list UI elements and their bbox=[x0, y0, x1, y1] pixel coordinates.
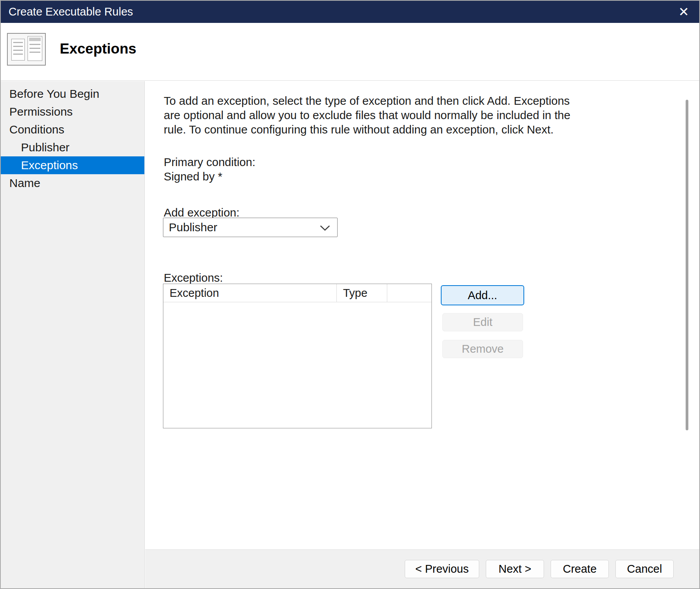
wizard-steps-sidebar: Before You Begin Permissions Conditions … bbox=[1, 81, 145, 588]
add-button[interactable]: Add... bbox=[441, 285, 524, 305]
primary-condition-label: Primary condition: bbox=[164, 155, 255, 169]
exceptions-list[interactable] bbox=[163, 302, 431, 428]
exceptions-table[interactable]: Exception Type bbox=[163, 284, 432, 428]
create-executable-rules-dialog: Create Executable Rules ✕ Exceptions Bef… bbox=[0, 0, 700, 589]
wizard-content: To add an exception, select the type of … bbox=[145, 81, 699, 549]
add-exception-label: Add exception: bbox=[164, 206, 239, 219]
wizard-page-icon bbox=[7, 33, 46, 66]
edit-button[interactable]: Edit bbox=[442, 313, 523, 331]
chevron-down-icon bbox=[320, 221, 330, 234]
exceptions-label: Exceptions: bbox=[164, 271, 223, 284]
wizard-header: Exceptions bbox=[1, 23, 699, 81]
column-header-type[interactable]: Type bbox=[337, 284, 387, 302]
primary-condition: Primary condition: Signed by * bbox=[164, 155, 255, 184]
sidebar-item-conditions[interactable]: Conditions bbox=[1, 121, 144, 139]
intro-text: To add an exception, select the type of … bbox=[164, 94, 574, 137]
column-header-exception[interactable]: Exception bbox=[163, 284, 337, 302]
add-exception-dropdown[interactable]: Publisher bbox=[163, 218, 338, 237]
window-title: Create Executable Rules bbox=[9, 5, 133, 18]
create-button[interactable]: Create bbox=[551, 560, 609, 578]
remove-button[interactable]: Remove bbox=[442, 340, 523, 358]
previous-button[interactable]: < Previous bbox=[405, 560, 479, 578]
sidebar-item-name[interactable]: Name bbox=[1, 174, 144, 192]
icon-right-page bbox=[28, 36, 42, 61]
sidebar-item-publisher[interactable]: Publisher bbox=[1, 139, 144, 156]
sidebar-item-before-you-begin[interactable]: Before You Begin bbox=[1, 85, 144, 103]
add-exception-selected-value: Publisher bbox=[169, 221, 217, 234]
next-button[interactable]: Next > bbox=[486, 560, 544, 578]
sidebar-item-exceptions[interactable]: Exceptions bbox=[1, 156, 144, 174]
icon-left-page bbox=[11, 39, 25, 61]
primary-condition-value: Signed by * bbox=[164, 169, 255, 184]
close-icon[interactable]: ✕ bbox=[678, 5, 689, 18]
exceptions-table-header: Exception Type bbox=[163, 284, 431, 302]
titlebar: Create Executable Rules ✕ bbox=[1, 1, 699, 23]
cancel-button[interactable]: Cancel bbox=[615, 560, 674, 578]
page-title: Exceptions bbox=[60, 41, 136, 57]
wizard-footer: < Previous Next > Create Cancel bbox=[145, 549, 699, 588]
scrollbar-thumb[interactable] bbox=[686, 100, 688, 430]
sidebar-item-permissions[interactable]: Permissions bbox=[1, 103, 144, 121]
